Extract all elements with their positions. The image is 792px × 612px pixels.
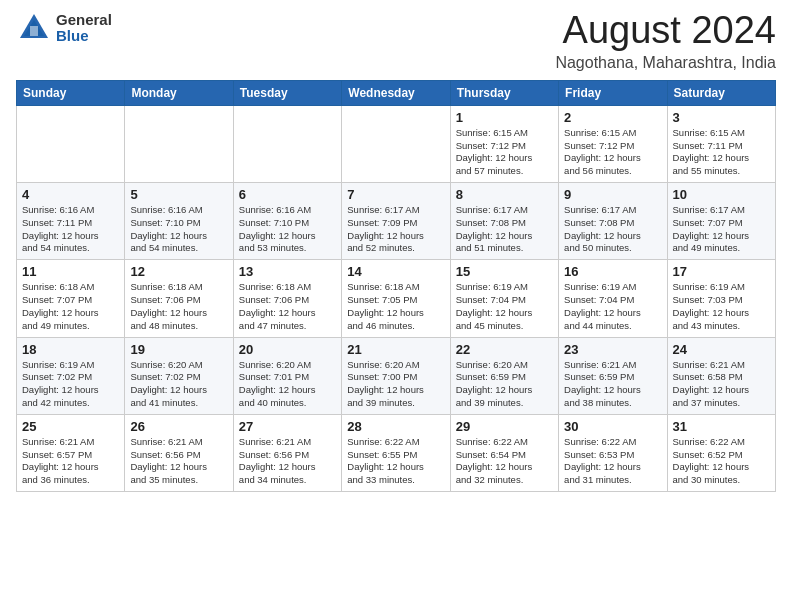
day-info: Sunrise: 6:21 AM Sunset: 6:57 PM Dayligh… (22, 436, 119, 487)
day-number: 27 (239, 419, 336, 434)
day-info: Sunrise: 6:21 AM Sunset: 6:58 PM Dayligh… (673, 359, 770, 410)
day-info: Sunrise: 6:17 AM Sunset: 7:08 PM Dayligh… (456, 204, 553, 255)
day-info: Sunrise: 6:17 AM Sunset: 7:08 PM Dayligh… (564, 204, 661, 255)
day-info: Sunrise: 6:19 AM Sunset: 7:02 PM Dayligh… (22, 359, 119, 410)
day-info: Sunrise: 6:19 AM Sunset: 7:04 PM Dayligh… (456, 281, 553, 332)
calendar-cell (17, 105, 125, 182)
day-info: Sunrise: 6:15 AM Sunset: 7:12 PM Dayligh… (564, 127, 661, 178)
day-info: Sunrise: 6:16 AM Sunset: 7:10 PM Dayligh… (130, 204, 227, 255)
day-number: 25 (22, 419, 119, 434)
day-number: 4 (22, 187, 119, 202)
calendar-cell: 11Sunrise: 6:18 AM Sunset: 7:07 PM Dayli… (17, 260, 125, 337)
weekday-header-sunday: Sunday (17, 80, 125, 105)
header: General Blue August 2024 Nagothana, Maha… (16, 10, 776, 72)
day-info: Sunrise: 6:18 AM Sunset: 7:07 PM Dayligh… (22, 281, 119, 332)
main-title: August 2024 (555, 10, 776, 52)
day-number: 18 (22, 342, 119, 357)
calendar-cell: 6Sunrise: 6:16 AM Sunset: 7:10 PM Daylig… (233, 183, 341, 260)
calendar-cell: 20Sunrise: 6:20 AM Sunset: 7:01 PM Dayli… (233, 337, 341, 414)
calendar-cell: 21Sunrise: 6:20 AM Sunset: 7:00 PM Dayli… (342, 337, 450, 414)
day-number: 28 (347, 419, 444, 434)
day-number: 29 (456, 419, 553, 434)
day-number: 7 (347, 187, 444, 202)
logo-general-text: General (56, 12, 112, 29)
weekday-header-saturday: Saturday (667, 80, 775, 105)
day-info: Sunrise: 6:22 AM Sunset: 6:55 PM Dayligh… (347, 436, 444, 487)
day-info: Sunrise: 6:17 AM Sunset: 7:09 PM Dayligh… (347, 204, 444, 255)
calendar-cell: 13Sunrise: 6:18 AM Sunset: 7:06 PM Dayli… (233, 260, 341, 337)
day-number: 17 (673, 264, 770, 279)
logo: General Blue (16, 10, 112, 46)
day-number: 16 (564, 264, 661, 279)
calendar-cell: 19Sunrise: 6:20 AM Sunset: 7:02 PM Dayli… (125, 337, 233, 414)
day-number: 26 (130, 419, 227, 434)
day-info: Sunrise: 6:18 AM Sunset: 7:06 PM Dayligh… (239, 281, 336, 332)
day-info: Sunrise: 6:20 AM Sunset: 7:02 PM Dayligh… (130, 359, 227, 410)
calendar-cell: 9Sunrise: 6:17 AM Sunset: 7:08 PM Daylig… (559, 183, 667, 260)
logo-icon (16, 10, 52, 46)
day-info: Sunrise: 6:16 AM Sunset: 7:10 PM Dayligh… (239, 204, 336, 255)
calendar-cell: 2Sunrise: 6:15 AM Sunset: 7:12 PM Daylig… (559, 105, 667, 182)
calendar-cell: 24Sunrise: 6:21 AM Sunset: 6:58 PM Dayli… (667, 337, 775, 414)
calendar-cell: 28Sunrise: 6:22 AM Sunset: 6:55 PM Dayli… (342, 414, 450, 491)
calendar-cell: 27Sunrise: 6:21 AM Sunset: 6:56 PM Dayli… (233, 414, 341, 491)
week-row-3: 11Sunrise: 6:18 AM Sunset: 7:07 PM Dayli… (17, 260, 776, 337)
day-info: Sunrise: 6:20 AM Sunset: 7:01 PM Dayligh… (239, 359, 336, 410)
title-block: August 2024 Nagothana, Maharashtra, Indi… (555, 10, 776, 72)
calendar-cell: 14Sunrise: 6:18 AM Sunset: 7:05 PM Dayli… (342, 260, 450, 337)
week-row-4: 18Sunrise: 6:19 AM Sunset: 7:02 PM Dayli… (17, 337, 776, 414)
day-number: 31 (673, 419, 770, 434)
calendar-cell (342, 105, 450, 182)
day-info: Sunrise: 6:15 AM Sunset: 7:11 PM Dayligh… (673, 127, 770, 178)
day-number: 13 (239, 264, 336, 279)
day-info: Sunrise: 6:15 AM Sunset: 7:12 PM Dayligh… (456, 127, 553, 178)
day-info: Sunrise: 6:22 AM Sunset: 6:53 PM Dayligh… (564, 436, 661, 487)
day-number: 24 (673, 342, 770, 357)
calendar-cell: 12Sunrise: 6:18 AM Sunset: 7:06 PM Dayli… (125, 260, 233, 337)
calendar-cell: 8Sunrise: 6:17 AM Sunset: 7:08 PM Daylig… (450, 183, 558, 260)
calendar-cell: 23Sunrise: 6:21 AM Sunset: 6:59 PM Dayli… (559, 337, 667, 414)
day-number: 6 (239, 187, 336, 202)
day-number: 5 (130, 187, 227, 202)
calendar-cell: 1Sunrise: 6:15 AM Sunset: 7:12 PM Daylig… (450, 105, 558, 182)
day-number: 20 (239, 342, 336, 357)
logo-text: General Blue (56, 12, 112, 45)
calendar-cell: 10Sunrise: 6:17 AM Sunset: 7:07 PM Dayli… (667, 183, 775, 260)
calendar-cell (233, 105, 341, 182)
day-number: 8 (456, 187, 553, 202)
day-number: 15 (456, 264, 553, 279)
calendar-cell: 17Sunrise: 6:19 AM Sunset: 7:03 PM Dayli… (667, 260, 775, 337)
day-number: 1 (456, 110, 553, 125)
page: General Blue August 2024 Nagothana, Maha… (0, 0, 792, 612)
day-info: Sunrise: 6:22 AM Sunset: 6:52 PM Dayligh… (673, 436, 770, 487)
weekday-header-row: SundayMondayTuesdayWednesdayThursdayFrid… (17, 80, 776, 105)
day-number: 12 (130, 264, 227, 279)
svg-rect-2 (30, 26, 38, 36)
day-number: 3 (673, 110, 770, 125)
calendar-cell: 15Sunrise: 6:19 AM Sunset: 7:04 PM Dayli… (450, 260, 558, 337)
day-number: 30 (564, 419, 661, 434)
calendar-cell: 3Sunrise: 6:15 AM Sunset: 7:11 PM Daylig… (667, 105, 775, 182)
day-info: Sunrise: 6:18 AM Sunset: 7:05 PM Dayligh… (347, 281, 444, 332)
day-info: Sunrise: 6:21 AM Sunset: 6:59 PM Dayligh… (564, 359, 661, 410)
calendar-cell: 30Sunrise: 6:22 AM Sunset: 6:53 PM Dayli… (559, 414, 667, 491)
calendar-cell: 4Sunrise: 6:16 AM Sunset: 7:11 PM Daylig… (17, 183, 125, 260)
week-row-5: 25Sunrise: 6:21 AM Sunset: 6:57 PM Dayli… (17, 414, 776, 491)
week-row-1: 1Sunrise: 6:15 AM Sunset: 7:12 PM Daylig… (17, 105, 776, 182)
calendar-cell: 7Sunrise: 6:17 AM Sunset: 7:09 PM Daylig… (342, 183, 450, 260)
weekday-header-wednesday: Wednesday (342, 80, 450, 105)
day-info: Sunrise: 6:19 AM Sunset: 7:03 PM Dayligh… (673, 281, 770, 332)
calendar-cell: 16Sunrise: 6:19 AM Sunset: 7:04 PM Dayli… (559, 260, 667, 337)
calendar-cell: 26Sunrise: 6:21 AM Sunset: 6:56 PM Dayli… (125, 414, 233, 491)
day-number: 2 (564, 110, 661, 125)
logo-blue-text: Blue (56, 28, 112, 45)
day-number: 23 (564, 342, 661, 357)
day-info: Sunrise: 6:21 AM Sunset: 6:56 PM Dayligh… (239, 436, 336, 487)
day-info: Sunrise: 6:16 AM Sunset: 7:11 PM Dayligh… (22, 204, 119, 255)
subtitle: Nagothana, Maharashtra, India (555, 54, 776, 72)
weekday-header-friday: Friday (559, 80, 667, 105)
day-number: 9 (564, 187, 661, 202)
week-row-2: 4Sunrise: 6:16 AM Sunset: 7:11 PM Daylig… (17, 183, 776, 260)
weekday-header-thursday: Thursday (450, 80, 558, 105)
day-info: Sunrise: 6:22 AM Sunset: 6:54 PM Dayligh… (456, 436, 553, 487)
